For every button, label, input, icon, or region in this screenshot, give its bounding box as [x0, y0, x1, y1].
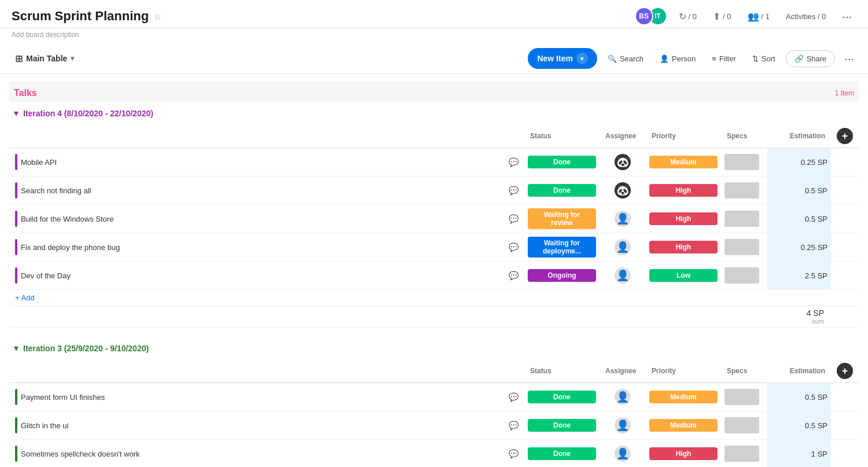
task-specs-cell[interactable] — [721, 262, 767, 290]
task-priority-cell[interactable]: Medium — [646, 383, 721, 411]
table-row[interactable]: Payment form UI finishes 💬 Done 👤 Medium… — [9, 383, 859, 411]
task-assignee-cell[interactable]: 👤 — [599, 233, 646, 262]
filter-button[interactable]: ≡ Filter — [706, 51, 741, 67]
status-badge[interactable]: Done — [528, 156, 596, 168]
header-stat-share[interactable]: ⬆ / 0 — [708, 9, 735, 24]
task-status-cell[interactable]: Waiting for review — [524, 205, 599, 233]
assignee-avatar[interactable]: 🐼 — [615, 154, 631, 170]
task-priority-cell[interactable]: Low — [646, 262, 721, 290]
priority-badge[interactable]: High — [649, 212, 718, 225]
add-row-cell[interactable]: + Add — [9, 290, 859, 306]
sort-button[interactable]: ⇅ Sort — [746, 51, 781, 67]
task-status-cell[interactable]: Done — [524, 411, 599, 440]
task-assignee-cell[interactable]: 👤 — [599, 205, 646, 233]
priority-badge[interactable]: High — [649, 184, 718, 197]
assignee-avatar[interactable]: 👤 — [615, 417, 631, 433]
task-status-cell[interactable]: Waiting for deployme... — [524, 233, 599, 262]
header-stat-activities[interactable]: Activities / 0 — [781, 10, 830, 23]
add-row[interactable]: + Add — [9, 290, 859, 306]
task-assignee-cell[interactable]: 👤 — [599, 411, 646, 440]
task-assignee-cell[interactable]: 👤 — [599, 262, 646, 290]
status-badge[interactable]: Done — [528, 419, 596, 432]
task-status-cell[interactable]: Done — [524, 176, 599, 205]
table-row[interactable]: Mobile API 💬 Done 🐼 Medium 0.25 SP — [9, 148, 859, 176]
task-priority-cell[interactable]: Medium — [646, 148, 721, 176]
task-assignee-cell[interactable]: 🐼 — [599, 148, 646, 176]
task-specs-cell[interactable] — [721, 148, 767, 176]
assignee-avatar[interactable]: 👤 — [615, 446, 631, 462]
table-selector[interactable]: ⊞ Main Table ▾ — [9, 50, 80, 68]
iteration4-header[interactable]: ▾ Iteration 4 (8/10/2020 - 22/10/2020) — [9, 102, 859, 124]
person-button[interactable]: 👤 Person — [654, 51, 701, 67]
table-row[interactable]: Glitch in the ui 💬 Done 👤 Medium 0.5 SP — [9, 411, 859, 440]
task-specs-cell[interactable] — [721, 440, 767, 468]
add-column-button[interactable]: + — [837, 128, 853, 144]
task-status-cell[interactable]: Ongoing — [524, 262, 599, 290]
task-specs-cell[interactable] — [721, 411, 767, 440]
table-row[interactable]: Fix and deploy the phone bug 💬 Waiting f… — [9, 233, 859, 262]
task-priority-cell[interactable]: High — [646, 176, 721, 205]
priority-badge[interactable]: Medium — [649, 156, 718, 168]
search-button[interactable]: 🔍 Search — [602, 51, 649, 67]
task-priority-cell[interactable]: High — [646, 233, 721, 262]
status-badge[interactable]: Ongoing — [528, 269, 596, 282]
task-assignee-cell[interactable]: 🐼 — [599, 176, 646, 205]
star-icon[interactable]: ☆ — [153, 11, 161, 22]
task-status-cell[interactable]: Done — [524, 148, 599, 176]
table-row[interactable]: Search not finding all 💬 Done 🐼 High 0.5… — [9, 176, 859, 205]
toggle-icon-iteration3[interactable]: ▾ — [14, 343, 19, 354]
comment-icon[interactable]: 💬 — [509, 421, 518, 430]
task-status-cell[interactable]: Done — [524, 383, 599, 411]
task-assignee-cell[interactable]: 👤 — [599, 383, 646, 411]
task-specs-cell[interactable] — [721, 205, 767, 233]
table-row[interactable]: Dev of the Day 💬 Ongoing 👤 Low 2.5 SP — [9, 262, 859, 290]
task-priority-cell[interactable]: High — [646, 440, 721, 468]
header-stat-refresh[interactable]: ↻ / 0 — [674, 9, 701, 24]
comment-icon[interactable]: 💬 — [509, 214, 518, 223]
table-row[interactable]: Build for the Windows Store 💬 Waiting fo… — [9, 205, 859, 233]
avatar-bs[interactable]: BS — [635, 7, 653, 25]
assignee-avatar[interactable]: 👤 — [615, 239, 631, 255]
priority-badge[interactable]: High — [649, 241, 718, 253]
priority-badge[interactable]: Medium — [649, 419, 718, 432]
status-badge[interactable]: Waiting for review — [528, 208, 596, 229]
status-badge[interactable]: Done — [528, 447, 596, 460]
add-column-button3[interactable]: + — [837, 363, 853, 379]
task-status-cell[interactable]: Done — [524, 440, 599, 468]
assignee-avatar[interactable]: 🐼 — [615, 182, 631, 198]
comment-icon[interactable]: 💬 — [509, 157, 518, 167]
comment-icon[interactable]: 💬 — [509, 186, 518, 195]
priority-badge[interactable]: High — [649, 447, 718, 460]
header-stat-users[interactable]: 👥 / 1 — [743, 9, 774, 24]
assignee-avatar[interactable]: 👤 — [615, 389, 631, 405]
specs-cell — [724, 389, 759, 405]
sum-actions — [831, 306, 859, 328]
priority-badge[interactable]: Low — [649, 269, 718, 282]
task-priority-cell[interactable]: Medium — [646, 411, 721, 440]
status-badge[interactable]: Done — [528, 391, 596, 403]
iteration3-header[interactable]: ▾ Iteration 3 (25/9/2020 - 9/10/2020) — [9, 337, 859, 359]
users-count: / 1 — [762, 12, 770, 21]
comment-icon[interactable]: 💬 — [509, 392, 518, 402]
toolbar-more-button[interactable]: ··· — [840, 50, 859, 68]
table-row[interactable]: Sometimes spellcheck doesn't work 💬 Done… — [9, 440, 859, 468]
share-button[interactable]: 🔗 Share — [786, 50, 836, 67]
comment-icon[interactable]: 💬 — [509, 242, 518, 252]
task-priority-cell[interactable]: High — [646, 205, 721, 233]
new-item-button[interactable]: New Item ▾ — [528, 48, 597, 69]
new-item-dropdown-icon[interactable]: ▾ — [576, 53, 588, 64]
board-description[interactable]: Add board description — [0, 28, 868, 43]
task-specs-cell[interactable] — [721, 176, 767, 205]
priority-badge[interactable]: Medium — [649, 391, 718, 403]
comment-icon[interactable]: 💬 — [509, 271, 518, 280]
task-specs-cell[interactable] — [721, 383, 767, 411]
comment-icon[interactable]: 💬 — [509, 449, 518, 458]
header-more-button[interactable]: ··· — [837, 8, 856, 25]
assignee-avatar[interactable]: 👤 — [615, 267, 631, 284]
assignee-avatar[interactable]: 👤 — [615, 211, 631, 227]
status-badge[interactable]: Waiting for deployme... — [528, 237, 596, 258]
task-assignee-cell[interactable]: 👤 — [599, 440, 646, 468]
status-badge[interactable]: Done — [528, 184, 596, 197]
task-specs-cell[interactable] — [721, 233, 767, 262]
toggle-icon-iteration4[interactable]: ▾ — [14, 108, 19, 119]
